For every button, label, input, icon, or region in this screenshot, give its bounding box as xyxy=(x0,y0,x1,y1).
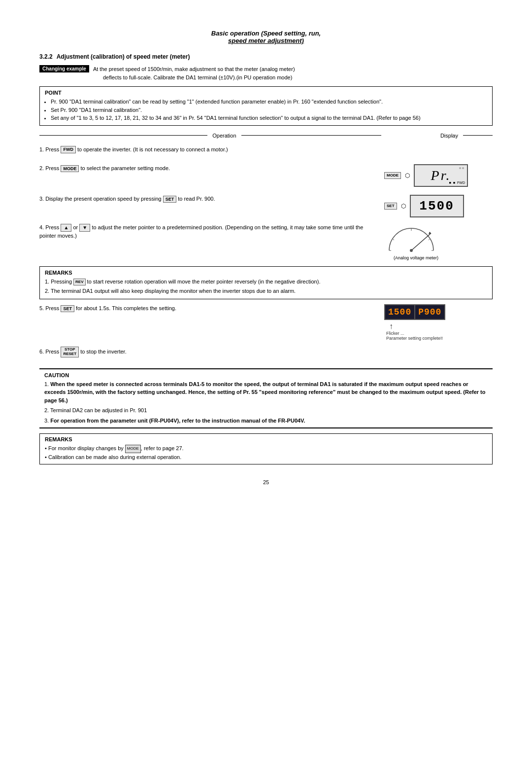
down-button[interactable]: ▼ xyxy=(79,224,90,232)
section-number: 3.2.2 xyxy=(39,53,53,60)
set-btn-step5[interactable]: SET xyxy=(61,305,74,313)
step-2-text: 2. Press MODE to select the parameter se… xyxy=(39,164,379,173)
set-arrow-3: ⬡ xyxy=(401,203,406,210)
display-p900-seg: P900 xyxy=(415,304,445,320)
remarks-title-2: REMARKS xyxy=(45,436,487,442)
point-list: Pr. 900 "DA1 terminal calibration" can b… xyxy=(51,98,487,122)
mode-arrow: ⬡ xyxy=(405,172,410,179)
point-item-2: Set Pr. 900 "DA1 terminal calibration". xyxy=(51,106,487,114)
remarks-box-2: REMARKS • For monitor display changes by… xyxy=(39,433,493,464)
mode-display-btn: MODE xyxy=(384,172,401,179)
step-3-row: 3. Display the present operation speed b… xyxy=(39,195,493,217)
operation-display-header: Operation Display xyxy=(39,133,493,139)
operation-label: Operation xyxy=(207,133,241,139)
step-6-text: 6. Press STOPRESET to stop the inverter. xyxy=(39,347,379,357)
step-2-display: MODE ⬡ Pr. ■■FWD xyxy=(384,164,493,189)
set-display-btn-3: SET xyxy=(384,203,397,210)
display-1500-seg: 1500 xyxy=(384,304,415,320)
step-5-row: 5. Press SET for about 1.5s. This comple… xyxy=(39,304,493,341)
svg-line-5 xyxy=(411,233,431,250)
step-4-text: 4. Press ▲ or ▼ to adjust the meter poin… xyxy=(39,223,379,240)
step-5-display: 1500 P900 ↑ Flicker ... Parameter settin… xyxy=(384,304,493,341)
mode-inline: MODE xyxy=(125,445,141,453)
changing-example-badge: Changing example xyxy=(39,65,89,72)
step-2-row: 2. Press MODE to select the parameter se… xyxy=(39,164,493,189)
changing-example-box: Changing example At the preset speed of … xyxy=(39,65,493,81)
step-1-row: 1. Press FWD to operate the inverter. (I… xyxy=(39,145,493,159)
step-4-op: 4. Press ▲ or ▼ to adjust the meter poin… xyxy=(39,223,379,245)
remarks-item-2-2: • Calibration can be made also during ex… xyxy=(45,453,487,462)
caution-box: CAUTION 1. When the speed meter is conne… xyxy=(39,368,493,429)
param-complete-label: Parameter setting complete!! xyxy=(386,336,443,341)
step-5-op: 5. Press SET for about 1.5s. This comple… xyxy=(39,304,379,318)
step-3-text: 3. Display the present operation speed b… xyxy=(39,195,379,203)
rev-button[interactable]: REV xyxy=(73,279,85,285)
fwd-button[interactable]: FWD xyxy=(61,146,76,153)
svg-line-3 xyxy=(393,239,394,240)
caution-item-3: 3. For operation from the parameter unit… xyxy=(44,417,488,425)
step-3-op: 3. Display the present operation speed b… xyxy=(39,195,379,208)
pr-display: Pr. xyxy=(431,168,451,183)
remarks-item-2-1: • For monitor display changes by MODE, r… xyxy=(45,444,487,453)
caution-item-2: 2. Terminal DA2 can be adjusted in Pr. 9… xyxy=(44,406,488,415)
analog-meter-label: (Analog voltage meter) xyxy=(394,255,438,260)
step-1-op: 1. Press FWD to operate the inverter. (I… xyxy=(39,145,379,159)
step-1-text: 1. Press FWD to operate the inverter. (I… xyxy=(39,145,379,154)
analog-meter-svg xyxy=(384,223,438,255)
flicker-arrow: ↑ xyxy=(389,322,393,331)
svg-line-4 xyxy=(429,239,430,240)
svg-point-6 xyxy=(410,249,413,252)
stop-reset-button[interactable]: STOPRESET xyxy=(61,347,79,357)
point-title: POINT xyxy=(45,90,487,96)
page-title-section: Basic operation (Speed setting, run, spe… xyxy=(39,30,493,44)
point-item-1: Pr. 900 "DA1 terminal calibration" can b… xyxy=(51,98,487,106)
step-6-op: 6. Press STOPRESET to stop the inverter. xyxy=(39,347,379,362)
step-4-display: (Analog voltage meter) xyxy=(384,223,493,260)
step-1-num: 1. Press xyxy=(39,146,61,152)
step-5-text: 5. Press SET for about 1.5s. This comple… xyxy=(39,304,379,313)
remarks-item-1-1: 1. Pressing REV to start reverse rotatio… xyxy=(45,278,487,286)
point-box: POINT Pr. 900 "DA1 terminal calibration"… xyxy=(39,86,493,126)
step-6-row: 6. Press STOPRESET to stop the inverter. xyxy=(39,347,493,362)
remarks-item-1-2: 2. The terminal DA1 output will also kee… xyxy=(45,287,487,295)
section-title: Adjustment (calibration) of speed meter … xyxy=(57,53,190,60)
up-button[interactable]: ▲ xyxy=(61,224,71,232)
set-btn-step3[interactable]: SET xyxy=(163,196,177,203)
display-label: Display xyxy=(381,133,463,139)
remarks-title-1: REMARKS xyxy=(45,270,487,276)
caution-item-1: 1. When the speed meter is connected acr… xyxy=(44,380,488,405)
step-4-row: 4. Press ▲ or ▼ to adjust the meter poin… xyxy=(39,223,493,260)
mode-button[interactable]: MODE xyxy=(61,165,79,173)
page-title: Basic operation (Speed setting, run, spe… xyxy=(39,30,493,44)
remarks-box-1: REMARKS 1. Pressing REV to start reverse… xyxy=(39,266,493,299)
page-number: 25 xyxy=(39,479,493,485)
step-2-op: 2. Press MODE to select the parameter se… xyxy=(39,164,379,178)
step-3-display: SET ⬡ 1500 xyxy=(384,195,493,217)
changing-example-text: At the preset speed of 1500r/min, make a… xyxy=(93,65,295,81)
display-1500: 1500 xyxy=(419,199,454,213)
point-item-3: Set any of "1 to 3, 5 to 12, 17, 18, 21,… xyxy=(51,114,487,122)
flicker-label: Flicker ... xyxy=(386,331,404,336)
display-indicators: ■■FWD xyxy=(449,181,465,184)
caution-title: CAUTION xyxy=(44,372,488,378)
